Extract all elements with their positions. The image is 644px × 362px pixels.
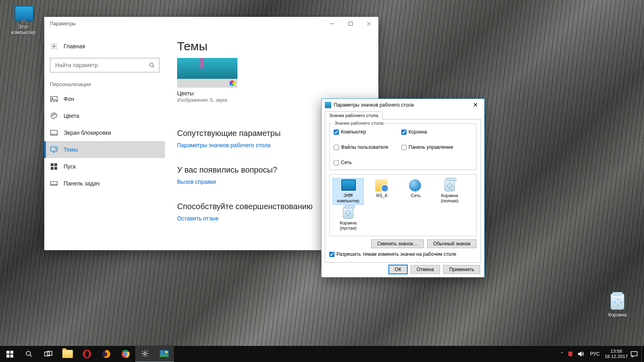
svg-rect-13 (51, 134, 58, 135)
dialog-title: Параметры значков рабочего стола (334, 102, 414, 108)
dialog-close-button[interactable]: ✕ (470, 101, 481, 109)
desktop[interactable]: Этот компьютер Корзина Параметры Главная (0, 0, 644, 346)
system-tray: ˄ РУС 13:58 18.12.2017 (557, 346, 644, 362)
dialog-tab-icons[interactable]: Значки рабочего стола (325, 111, 383, 119)
svg-point-10 (53, 114, 54, 115)
check-control-panel[interactable]: Панель управления (401, 144, 462, 150)
color-wheel-icon (229, 80, 235, 86)
icon-item-bin-full[interactable]: Корзина (полная) (434, 179, 465, 204)
theme-preview (177, 58, 237, 79)
taskbar-icon (50, 179, 58, 187)
taskbar-app-opera[interactable] (77, 346, 97, 362)
group-title: Значки рабочего стола (333, 121, 385, 125)
check-network-box[interactable] (334, 160, 339, 165)
tray-security-icon[interactable] (567, 351, 578, 357)
action-center-button[interactable] (631, 351, 641, 358)
tray-volume-icon[interactable] (578, 351, 588, 357)
start-button[interactable] (0, 346, 19, 362)
svg-rect-24 (10, 354, 13, 357)
show-desktop-button[interactable] (641, 346, 644, 362)
close-button[interactable] (360, 17, 378, 31)
ok-button[interactable]: ОК (389, 265, 407, 274)
theme-color-bar (177, 79, 237, 88)
theme-card[interactable]: Цветы Изображения: 6, звуки (177, 58, 237, 103)
settings-titlebar[interactable]: Параметры (44, 17, 378, 31)
svg-rect-17 (51, 167, 54, 170)
svg-line-6 (153, 66, 154, 67)
desktop-icons-group: Значки рабочего стола Компьютер Корзина … (329, 123, 477, 170)
taskbar-search-button[interactable] (19, 346, 39, 362)
icon-item-this-pc[interactable]: Этот компьютер (333, 179, 363, 204)
palette-icon (50, 112, 58, 120)
svg-point-35 (144, 352, 146, 355)
sidebar-item-colors[interactable]: Цвета (44, 107, 165, 124)
check-computer[interactable]: Компьютер (334, 129, 394, 135)
check-allow-themes[interactable]: Разрешить темам изменять значки на рабоч… (329, 251, 477, 257)
icon-item-bin-empty[interactable]: Корзина (пустая) (333, 206, 363, 232)
check-control-panel-box[interactable] (401, 145, 407, 150)
check-computer-box[interactable] (334, 130, 339, 135)
svg-rect-1 (349, 22, 353, 26)
minimize-button[interactable] (323, 17, 341, 31)
dialog-titlebar[interactable]: Параметры значков рабочего стола ✕ (322, 99, 484, 111)
gear-icon (50, 42, 58, 50)
svg-point-25 (26, 351, 31, 356)
maximize-button[interactable] (341, 17, 360, 31)
desktop-icon-recycle-bin[interactable]: Корзина (601, 294, 634, 318)
tray-overflow-button[interactable]: ˄ (557, 351, 567, 357)
sidebar-item-start[interactable]: Пуск (44, 158, 165, 175)
svg-rect-18 (54, 167, 57, 170)
settings-search[interactable] (50, 58, 159, 72)
desktop-icon-label: Корзина (601, 312, 634, 318)
sidebar-item-label: Экран блокировки (64, 130, 111, 136)
svg-rect-20 (51, 184, 58, 185)
taskbar-app-explorer[interactable] (58, 346, 77, 362)
task-view-button[interactable] (39, 346, 58, 362)
icon-item-user[interactable]: RS_K (367, 179, 397, 204)
taskbar-app-firefox[interactable] (97, 346, 116, 362)
check-network[interactable]: Сеть (334, 160, 394, 165)
svg-rect-16 (54, 163, 57, 166)
sidebar-item-label: Пуск (64, 163, 76, 170)
svg-rect-37 (160, 355, 169, 357)
icon-item-network[interactable]: Сеть (400, 179, 431, 204)
check-recycle-box[interactable] (401, 130, 407, 135)
lock-screen-icon (50, 129, 58, 137)
svg-point-34 (124, 352, 127, 355)
dialog-icon (325, 102, 331, 108)
change-icon-button[interactable]: Сменить значок… (371, 239, 424, 248)
check-recycle-bin[interactable]: Корзина (401, 129, 462, 135)
svg-point-5 (150, 63, 153, 66)
settings-title: Параметры (50, 21, 76, 27)
search-icon (149, 62, 155, 68)
taskbar-app-settings[interactable] (135, 346, 155, 362)
desktop-icon-this-pc[interactable]: Этот компьютер (7, 6, 39, 35)
sidebar-section-label: Персонализация (44, 80, 165, 90)
svg-point-38 (165, 351, 168, 354)
sidebar-item-background[interactable]: Фон (44, 90, 165, 107)
svg-point-11 (54, 114, 55, 115)
taskbar-app-personalization[interactable] (155, 346, 174, 362)
theme-name: Цветы (177, 90, 237, 97)
sidebar-item-label: Фон (64, 96, 74, 102)
themes-icon (50, 146, 58, 154)
check-user-files[interactable]: Файлы пользователя (334, 144, 394, 150)
taskbar-app-chrome[interactable] (116, 346, 135, 362)
check-user-files-box[interactable] (334, 145, 339, 150)
sidebar-item-lockscreen[interactable]: Экран блокировки (44, 124, 165, 141)
tray-clock[interactable]: 13:58 18.12.2017 (602, 349, 631, 359)
default-icon-button[interactable]: Обычный значок (427, 239, 477, 248)
tray-time: 13:58 (602, 349, 631, 354)
check-allow-themes-box[interactable] (329, 252, 334, 257)
sidebar-item-label: Цвета (64, 113, 79, 119)
apply-button[interactable]: Применить (443, 265, 480, 274)
tray-language[interactable]: РУС (588, 351, 602, 357)
sidebar-item-taskbar[interactable]: Панель задач (44, 175, 165, 192)
sidebar-item-themes[interactable]: Темы (44, 141, 165, 158)
svg-point-4 (53, 45, 55, 47)
cancel-button[interactable]: Отмена (411, 265, 440, 274)
svg-rect-22 (10, 351, 13, 354)
sidebar-home[interactable]: Главная (44, 38, 165, 55)
page-title: Темы (177, 39, 366, 53)
search-input[interactable] (54, 62, 149, 69)
